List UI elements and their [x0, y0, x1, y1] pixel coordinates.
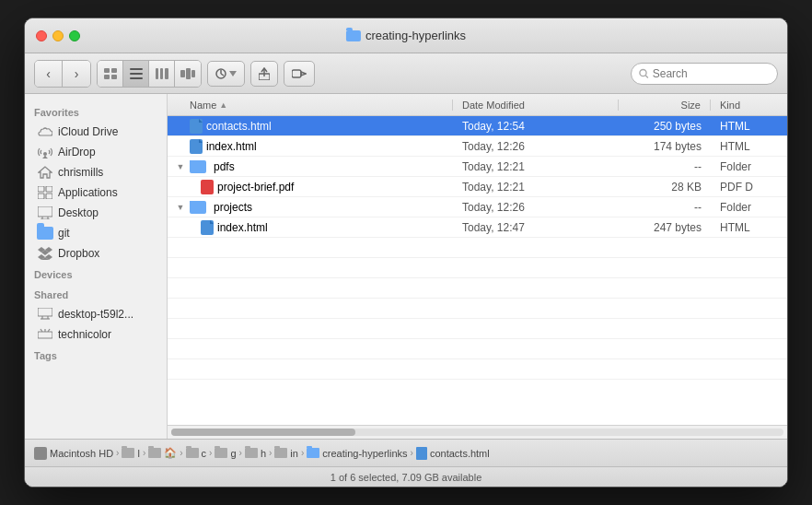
bc-macintosh-hd[interactable]: Macintosh HD — [34, 447, 113, 460]
bc-label: h — [261, 448, 266, 459]
breadcrumb-bar: Macintosh HD › l › 🏠 › c › g › — [25, 439, 787, 466]
minimize-button[interactable] — [52, 30, 64, 41]
file-list: contacts.html Today, 12:54 250 bytes HTM… — [168, 116, 787, 425]
svg-point-24 — [43, 152, 47, 156]
col-kind-header[interactable]: Kind — [711, 100, 787, 111]
file-row-pdfs[interactable]: ▼ pdfs Today, 12:21 -- Folder — [168, 157, 787, 177]
bc-separator: › — [269, 448, 272, 458]
file-pane: Name ▲ Date Modified Size Kind — [168, 94, 787, 439]
file-row-empty — [168, 339, 787, 359]
svg-rect-29 — [46, 186, 52, 192]
svg-rect-9 — [165, 68, 168, 79]
file-name-cell: ▼ pdfs — [168, 160, 453, 173]
svg-marker-26 — [42, 156, 48, 159]
file-name: pdfs — [210, 160, 235, 173]
file-row-index-html[interactable]: index.html Today, 12:26 174 bytes HTML — [168, 136, 787, 157]
window-folder-icon — [346, 30, 361, 41]
favorites-label: Favorites — [25, 101, 167, 122]
col-name-header[interactable]: Name ▲ — [168, 100, 453, 111]
file-date: Today, 12:21 — [453, 181, 619, 194]
bc-in[interactable]: in — [274, 448, 298, 459]
bc-g[interactable]: g — [215, 448, 236, 459]
view-icon-button[interactable] — [98, 61, 123, 87]
view-list-button[interactable] — [123, 61, 149, 87]
html-file-icon — [190, 139, 203, 154]
finder-window: creating-hyperlinks ‹ › — [24, 18, 788, 487]
bc-folder-icon — [245, 448, 258, 458]
bc-folder-icon-blue — [307, 448, 319, 458]
scrollbar-track — [171, 429, 783, 436]
svg-rect-20 — [292, 70, 301, 77]
file-name: index.html — [217, 221, 268, 234]
sidebar-item-applications[interactable]: Applications — [29, 182, 163, 203]
sidebar-item-desktop-t59[interactable]: desktop-t59l2... — [29, 304, 163, 324]
sidebar-item-git[interactable]: git — [29, 223, 163, 243]
toolbar: ‹ › — [25, 53, 787, 94]
file-name: contacts.html — [206, 120, 272, 133]
bc-home[interactable]: 🏠 — [148, 447, 177, 459]
file-size: 174 bytes — [619, 140, 711, 153]
file-size: 250 bytes — [619, 120, 711, 133]
sidebar-item-chrismills[interactable]: chrismills — [29, 162, 163, 182]
file-row-projects[interactable]: ▼ projects Today, 12:26 -- Folder — [168, 197, 787, 217]
bc-folder-icon — [186, 448, 199, 458]
bc-separator: › — [411, 448, 413, 458]
col-modified-header[interactable]: Date Modified — [453, 100, 619, 111]
status-text: 1 of 6 selected, 7.09 GB available — [331, 472, 482, 483]
bc-h[interactable]: h — [245, 448, 266, 459]
sidebar-item-desktop[interactable]: Desktop — [29, 203, 163, 223]
scrollbar-thumb[interactable] — [171, 429, 355, 436]
view-cover-button[interactable] — [175, 61, 201, 87]
back-button[interactable]: ‹ — [35, 61, 63, 87]
bottom-bar: Macintosh HD › l › 🏠 › c › g › — [25, 439, 787, 487]
file-row-empty — [168, 319, 787, 339]
svg-line-16 — [221, 74, 224, 76]
file-kind: Folder — [711, 160, 787, 173]
expand-arrow: ▼ — [175, 162, 186, 171]
file-header: Name ▲ Date Modified Size Kind — [168, 94, 787, 116]
svg-line-23 — [645, 75, 648, 77]
svg-rect-4 — [130, 68, 143, 70]
bc-folder-icon — [122, 448, 134, 458]
bc-label: contacts.html — [430, 448, 490, 459]
file-row-projects-index[interactable]: index.html Today, 12:47 247 bytes HTML — [168, 217, 787, 238]
forward-button[interactable]: › — [63, 61, 90, 87]
devices-label: Devices — [25, 264, 167, 284]
file-row-contacts-html[interactable]: contacts.html Today, 12:54 250 bytes HTM… — [168, 116, 787, 136]
view-columns-button[interactable] — [149, 61, 175, 87]
bc-contacts-html[interactable]: contacts.html — [416, 447, 490, 460]
bc-c[interactable]: c — [186, 448, 207, 459]
action-button[interactable] — [207, 61, 245, 87]
file-name: projects — [210, 201, 252, 214]
file-row-empty — [168, 278, 787, 299]
svg-marker-17 — [229, 71, 237, 76]
close-button[interactable] — [36, 30, 47, 41]
search-box[interactable] — [631, 63, 778, 85]
file-name-cell: contacts.html — [168, 119, 453, 134]
file-name: index.html — [206, 140, 257, 153]
col-size-header[interactable]: Size — [619, 100, 711, 111]
sidebar-item-airdrop[interactable]: AirDrop — [29, 142, 163, 162]
share-button[interactable] — [250, 61, 278, 87]
bc-separator: › — [143, 448, 145, 458]
sidebar-item-dropbox[interactable]: Dropbox — [29, 243, 163, 264]
maximize-button[interactable] — [69, 30, 80, 41]
file-row-project-brief[interactable]: project-brief.pdf Today, 12:21 28 KB PDF… — [168, 177, 787, 197]
sidebar-item-technicolor[interactable]: technicolor — [29, 324, 163, 345]
airdrop-icon — [38, 145, 52, 159]
horizontal-scrollbar[interactable] — [168, 425, 787, 439]
file-row-empty — [168, 359, 787, 380]
bc-folder-icon — [148, 448, 161, 458]
tag-button[interactable] — [284, 61, 315, 87]
bc-folder-icon — [274, 448, 287, 458]
file-name: project-brief.pdf — [217, 181, 294, 194]
bc-l[interactable]: l — [122, 448, 139, 459]
bc-creating-hyperlinks[interactable]: creating-hyperlinks — [307, 448, 407, 459]
folder-icon — [38, 226, 52, 241]
nav-buttons: ‹ › — [34, 60, 91, 88]
applications-icon — [38, 185, 52, 200]
bc-separator: › — [239, 448, 242, 458]
tags-label: Tags — [25, 345, 167, 365]
sidebar-item-icloud[interactable]: iCloud Drive — [29, 122, 163, 142]
search-input[interactable] — [653, 67, 770, 80]
